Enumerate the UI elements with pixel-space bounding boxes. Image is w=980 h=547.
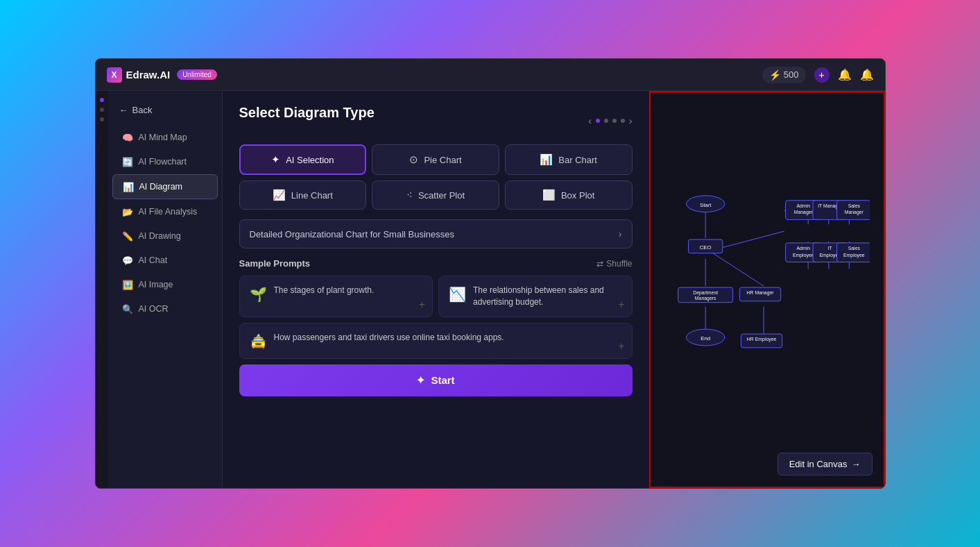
logo-icon: X <box>107 67 122 83</box>
bell-icon[interactable]: 🔔 <box>860 68 874 81</box>
svg-text:Manager: Manager <box>844 210 863 215</box>
chart-type-label: Bar Chart <box>558 155 597 165</box>
title-row: Select Diagram Type ‹ › <box>239 105 633 133</box>
nav-dot-3[interactable] <box>612 119 617 123</box>
shuffle-button[interactable]: ⇄ Shuffle <box>596 259 632 269</box>
ai-diagram-icon: 📊 <box>123 181 134 192</box>
prompts-grid: 🌱 The stages of plant growth. + 📉 The re… <box>239 276 633 317</box>
ai-drawing-icon: ✏️ <box>122 230 133 242</box>
chart-type-label: AI Selection <box>286 155 334 165</box>
sidebar-item-label: AI OCR <box>139 304 169 314</box>
page-nav: ‹ › <box>588 115 632 126</box>
ai-ocr-icon: 🔍 <box>122 303 133 314</box>
nav-dot-4[interactable] <box>621 119 625 123</box>
ai-mind-map-icon: 🧠 <box>122 132 133 143</box>
line-chart-button[interactable]: 📈 Line Chart <box>239 180 367 210</box>
pie-chart-button[interactable]: ⊙ Pie Chart <box>372 144 499 175</box>
org-chart-diagram: Start CEO Department Managers HR Manager… <box>664 185 870 394</box>
scatter-plot-icon: ⁖ <box>406 189 413 201</box>
sidebar-item-ai-image[interactable]: 🖼️ AI Image <box>112 273 218 296</box>
prompt-icon-3: 🚖 <box>250 333 267 350</box>
unlimited-badge: Unlimited <box>177 69 217 80</box>
start-button[interactable]: ✦ Start <box>239 364 633 396</box>
sidebar-item-label: AI Diagram <box>139 182 183 192</box>
svg-text:HR Employee: HR Employee <box>746 337 776 342</box>
sidebar-item-ai-file-analysis[interactable]: 📂 AI File Analysis <box>112 200 218 224</box>
preview-panel: Start CEO Department Managers HR Manager… <box>649 91 885 488</box>
prompt-card-inner: 🌱 The stages of plant growth. <box>250 285 423 303</box>
shuffle-label: Shuffle <box>606 259 632 269</box>
box-plot-icon: ⬜ <box>542 189 556 201</box>
prompt-card-inner: 📉 The relationship between sales and adv… <box>449 285 622 308</box>
pie-chart-icon: ⊙ <box>409 153 418 166</box>
strip-dot <box>100 108 104 112</box>
back-button[interactable]: ← Back <box>108 99 222 125</box>
prompt-add-icon-1: + <box>419 298 425 311</box>
svg-text:Sales: Sales <box>848 203 860 208</box>
prompt-icon-2: 📉 <box>449 286 466 303</box>
prompt-add-icon-2: + <box>618 298 624 311</box>
prompt-card-1[interactable]: 🌱 The stages of plant growth. + <box>239 276 433 317</box>
svg-text:Department: Department <box>693 290 718 296</box>
prompt-arrow-icon: › <box>619 228 622 239</box>
sidebar-item-ai-drawing[interactable]: ✏️ AI Drawing <box>112 224 218 248</box>
svg-text:Admin: Admin <box>796 203 810 208</box>
svg-text:Manager: Manager <box>793 210 813 215</box>
svg-text:Employee: Employee <box>843 253 864 258</box>
add-credits-button[interactable]: + <box>814 67 829 83</box>
preview-canvas: Start CEO Department Managers HR Manager… <box>664 106 870 473</box>
svg-text:IT: IT <box>827 246 832 251</box>
logo: X Edraw.AI Unlimited <box>107 67 217 83</box>
box-plot-button[interactable]: ⬜ Box Plot <box>505 180 633 210</box>
logo-text: Edraw.AI <box>126 69 171 81</box>
chart-type-label: Line Chart <box>291 190 333 201</box>
scatter-plot-button[interactable]: ⁖ Scatter Plot <box>372 180 499 210</box>
chart-type-label: Box Plot <box>561 190 594 201</box>
nav-dot-2[interactable] <box>604 119 608 123</box>
start-icon: ✦ <box>416 374 425 387</box>
credits-display: ⚡ 500 <box>762 67 806 83</box>
sidebar-item-ai-ocr[interactable]: 🔍 AI OCR <box>112 297 218 321</box>
prompt-text-1: The stages of plant growth. <box>274 285 375 296</box>
shuffle-icon: ⇄ <box>596 259 603 269</box>
nav-prev-arrow[interactable]: ‹ <box>588 115 592 126</box>
svg-text:Admin: Admin <box>796 246 810 251</box>
edit-in-canvas-button[interactable]: Edit in Canvas → <box>777 453 872 476</box>
svg-text:Start: Start <box>699 202 711 208</box>
sidebar-item-label: AI Drawing <box>139 231 181 241</box>
edit-arrow-icon: → <box>852 459 861 469</box>
sidebar-item-ai-flowchart[interactable]: 🔄 AI Flowchart <box>112 150 218 174</box>
back-arrow-icon: ← <box>119 105 128 115</box>
notification-icon[interactable]: 🔔 <box>838 68 852 81</box>
sidebar-item-ai-mind-map[interactable]: 🧠 AI Mind Map <box>112 126 218 149</box>
prompt-add-icon-3: + <box>618 340 624 353</box>
prompt-card-inner: 🚖 How passengers and taxi drivers use on… <box>250 332 622 350</box>
sidebar-item-label: AI Flowchart <box>139 157 187 167</box>
prompt-icon-1: 🌱 <box>250 286 267 303</box>
sidebar-item-label: AI Chat <box>139 255 168 265</box>
sidebar-item-ai-diagram[interactable]: 📊 AI Diagram <box>112 174 218 199</box>
svg-text:HR Manager: HR Manager <box>746 290 774 296</box>
prompt-card-2[interactable]: 📉 The relationship between sales and adv… <box>438 276 633 317</box>
page-title: Select Diagram Type <box>239 105 375 121</box>
left-strip <box>96 91 108 488</box>
svg-text:Sales: Sales <box>848 246 860 251</box>
svg-line-14 <box>719 231 784 249</box>
sidebar-item-label: AI File Analysis <box>139 207 198 217</box>
chart-type-grid: ✦ AI Selection ⊙ Pie Chart 📊 Bar Chart 📈… <box>239 144 633 210</box>
svg-line-2 <box>705 249 764 286</box>
ai-file-analysis-icon: 📂 <box>122 206 133 217</box>
ai-selection-icon: ✦ <box>271 153 280 166</box>
app-body: ← Back 🧠 AI Mind Map 🔄 AI Flowchart 📊 AI… <box>96 91 885 488</box>
bar-chart-button[interactable]: 📊 Bar Chart <box>505 144 633 175</box>
sidebar-item-ai-chat[interactable]: 💬 AI Chat <box>112 249 218 272</box>
ai-selection-button[interactable]: ✦ AI Selection <box>239 144 367 175</box>
svg-text:CEO: CEO <box>699 244 711 251</box>
prompt-input-container[interactable]: Detailed Organizational Chart for Small … <box>239 219 633 249</box>
chart-type-label: Pie Chart <box>424 155 461 165</box>
sample-prompts-title: Sample Prompts <box>239 258 311 269</box>
nav-dot-1[interactable] <box>596 119 600 123</box>
nav-next-arrow[interactable]: › <box>629 115 633 126</box>
prompt-card-3[interactable]: 🚖 How passengers and taxi drivers use on… <box>239 323 633 359</box>
app-window: X Edraw.AI Unlimited ⚡ 500 + 🔔 🔔 ← Bac <box>95 58 886 489</box>
